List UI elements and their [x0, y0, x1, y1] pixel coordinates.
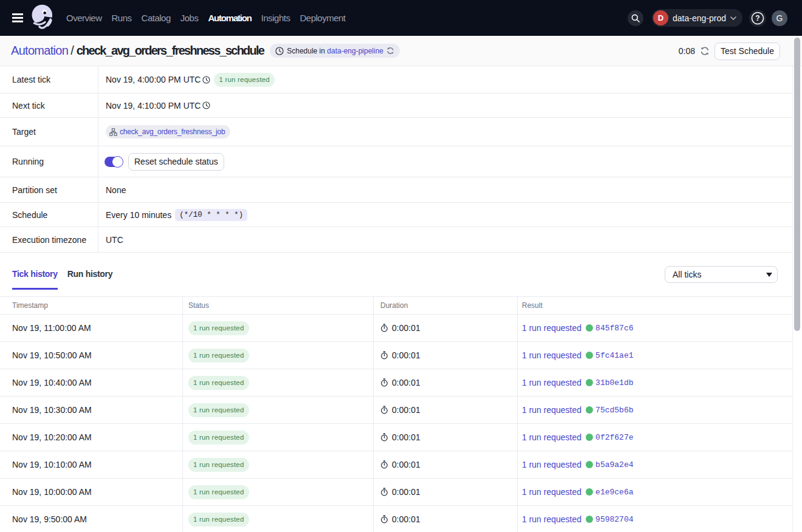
svg-text:?: ?	[755, 14, 759, 22]
